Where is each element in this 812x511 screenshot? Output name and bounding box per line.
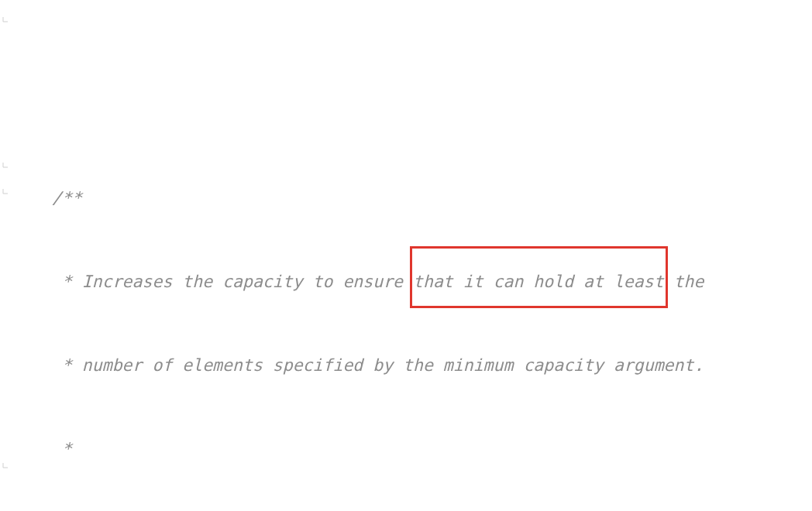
code-line: * number of elements specified by the mi…: [52, 352, 812, 379]
gutter: [0, 0, 12, 511]
javadoc: /**: [52, 188, 82, 207]
code-line: *: [52, 435, 812, 463]
code-line: * Increases the capacity to ensure that …: [52, 268, 812, 296]
code-line: /**: [52, 184, 812, 212]
code-editor[interactable]: /** * Increases the capacity to ensure t…: [0, 0, 812, 511]
